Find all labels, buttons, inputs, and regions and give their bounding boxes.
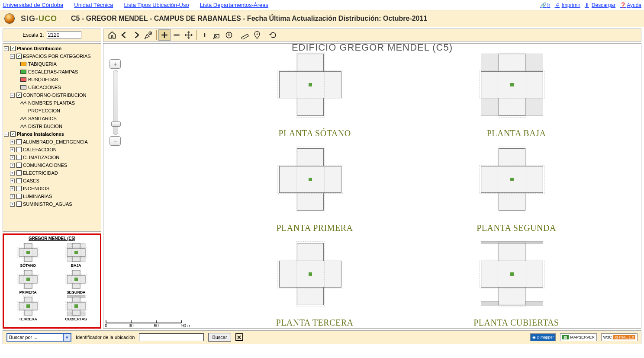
chevron-down-icon[interactable]: ▾ bbox=[63, 333, 71, 342]
minimap-thumb[interactable]: CUBIERTAS bbox=[53, 295, 99, 321]
search-mode-input[interactable] bbox=[6, 333, 63, 342]
collapse-icon[interactable]: − bbox=[4, 132, 9, 137]
search-mode-combo[interactable]: ▾ bbox=[6, 333, 71, 342]
minimap-thumb[interactable]: PRIMERA bbox=[5, 268, 51, 294]
zoom-handle[interactable] bbox=[111, 121, 121, 127]
tree-inst-item[interactable]: LUMINARIAS bbox=[23, 194, 52, 199]
checkbox[interactable] bbox=[16, 147, 22, 152]
checkbox[interactable] bbox=[16, 139, 22, 144]
thumb-label: PRIMERA bbox=[19, 290, 36, 294]
expand-icon[interactable]: + bbox=[10, 147, 15, 152]
minimap-thumb[interactable]: TERCERA bbox=[5, 295, 51, 321]
measure-button[interactable] bbox=[239, 29, 251, 41]
floor-plan[interactable]: PLANTA SÓTANO bbox=[233, 48, 396, 138]
svg-text:i: i bbox=[204, 32, 206, 38]
checkbox[interactable] bbox=[16, 201, 22, 207]
descargar-link[interactable]: ⬇Descargar bbox=[585, 2, 615, 8]
expand-icon[interactable]: + bbox=[10, 155, 15, 160]
search-button[interactable]: Buscar bbox=[208, 333, 231, 342]
select-button[interactable] bbox=[211, 29, 223, 41]
bottom-bar: ▾ Identificador de la ubicación Buscar ✕… bbox=[3, 330, 641, 344]
checkbox[interactable] bbox=[16, 170, 22, 176]
svg-rect-47 bbox=[309, 83, 312, 86]
collapse-icon[interactable]: − bbox=[10, 93, 15, 98]
tree-inst-item[interactable]: INCENDIOS bbox=[23, 186, 49, 191]
zoom-minus-button[interactable]: − bbox=[109, 136, 121, 146]
tree-inst-item[interactable]: SUMINISTRO_AGUAS bbox=[23, 201, 72, 207]
pmapper-badge[interactable]: ◉ p.mapper bbox=[530, 333, 556, 341]
imprimir-link[interactable]: 🖨Imprimir bbox=[555, 2, 580, 8]
svg-rect-51 bbox=[525, 98, 543, 116]
checkbox[interactable] bbox=[16, 194, 22, 199]
link-universidad[interactable]: Universidad de Córdoba bbox=[3, 2, 63, 8]
minimap-thumb[interactable]: SEGUNDA bbox=[53, 268, 99, 294]
floor-plan[interactable]: PLANTA CUBIERTAS bbox=[435, 237, 598, 328]
header-bar: SIG-UCO C5 - GREGOR MENDEL - CAMPUS DE R… bbox=[0, 10, 644, 27]
scale-input[interactable] bbox=[47, 31, 81, 39]
tree-espacios-categorias[interactable]: ESPACIOS POR CATEGORIAS bbox=[23, 54, 91, 59]
zoom-track[interactable] bbox=[113, 70, 118, 135]
checkbox[interactable] bbox=[16, 163, 22, 168]
clear-search-button[interactable]: ✕ bbox=[235, 333, 243, 341]
zoom-selected-button[interactable] bbox=[142, 29, 155, 41]
link-lista-tipos[interactable]: Lista Tipos Ubicación-Uso bbox=[124, 2, 189, 8]
mapserver-badge[interactable]: ▦MAPSERVER bbox=[560, 333, 596, 341]
svg-rect-4 bbox=[26, 251, 30, 254]
tree-group-distribucion[interactable]: Planos Distribución bbox=[17, 46, 61, 51]
map-viewport[interactable]: EDIFICIO GREGOR MENDEL (C5) + − PLANTA S… bbox=[103, 43, 641, 329]
checkbox[interactable] bbox=[16, 178, 22, 183]
tree-group-instalaciones[interactable]: Planos Instalaciones bbox=[17, 131, 64, 137]
link-lista-deptos[interactable]: Lista Departamentos-Áreas bbox=[200, 2, 268, 8]
auto-identify-button[interactable]: i bbox=[223, 29, 235, 41]
svg-rect-18 bbox=[26, 278, 30, 281]
back-button[interactable] bbox=[118, 29, 130, 41]
w3c-xhtml-badge[interactable]: W3C XHTML 1.0 bbox=[601, 333, 638, 341]
expand-icon[interactable]: + bbox=[10, 194, 15, 199]
tree-contorno[interactable]: CONTORNO-DISTRIBUCION bbox=[23, 93, 86, 98]
expand-icon[interactable]: + bbox=[10, 171, 15, 176]
floor-plan[interactable]: PLANTA TERCERA bbox=[233, 237, 396, 328]
id-input[interactable] bbox=[139, 333, 204, 341]
floor-plan[interactable]: PLANTA BAJA bbox=[435, 48, 598, 138]
tree-inst-item[interactable]: CALEFACCION bbox=[23, 147, 57, 152]
identify-button[interactable]: i bbox=[199, 29, 211, 41]
expand-icon[interactable]: + bbox=[10, 179, 15, 183]
checkbox[interactable] bbox=[16, 155, 22, 160]
minimap-thumb[interactable]: BAJA bbox=[53, 242, 99, 268]
ayuda-link[interactable]: ❓Ayuda bbox=[620, 2, 641, 8]
zoom-in-button[interactable] bbox=[158, 29, 171, 41]
tree-inst-item[interactable]: COMUNICACIONES bbox=[23, 163, 67, 168]
forward-button[interactable] bbox=[130, 29, 142, 41]
add-poi-button[interactable] bbox=[251, 29, 263, 41]
link-unidad-tecnica[interactable]: Unidad Técnica bbox=[74, 2, 113, 8]
ir-link[interactable]: 🔗Ir bbox=[540, 2, 550, 8]
collapse-icon[interactable]: − bbox=[10, 54, 15, 59]
plan-label: PLANTA SEGUNDA bbox=[477, 223, 556, 233]
expand-icon[interactable]: + bbox=[10, 163, 15, 168]
checkbox[interactable] bbox=[10, 46, 16, 51]
checkbox[interactable] bbox=[10, 131, 16, 137]
checkbox[interactable] bbox=[16, 186, 22, 191]
expand-icon[interactable]: + bbox=[10, 186, 15, 191]
collapse-icon[interactable]: − bbox=[4, 46, 9, 51]
refresh-button[interactable] bbox=[267, 29, 279, 41]
tree-inst-item[interactable]: CLIMATIZACION bbox=[23, 155, 59, 160]
floor-plan[interactable]: PLANTA PRIMERA bbox=[233, 143, 396, 233]
tree-inst-item[interactable]: ALUMBRADO_EMERGENCIA bbox=[23, 139, 88, 144]
pan-button[interactable] bbox=[183, 29, 195, 41]
zigzag-icon bbox=[20, 101, 26, 105]
top-nav-left: Universidad de Córdoba Unidad Técnica Li… bbox=[3, 2, 278, 8]
floor-plan[interactable]: PLANTA SEGUNDA bbox=[435, 143, 598, 233]
tree-inst-item[interactable]: GASES bbox=[23, 178, 39, 183]
legend-proyeccion: PROYECCION bbox=[28, 108, 60, 113]
zoom-plus-button[interactable]: + bbox=[109, 59, 121, 69]
checkbox[interactable] bbox=[16, 93, 22, 98]
svg-rect-71 bbox=[309, 272, 312, 276]
minimap-thumb[interactable]: SÓTANO bbox=[5, 242, 51, 268]
checkbox[interactable] bbox=[16, 54, 22, 59]
expand-icon[interactable]: + bbox=[10, 140, 15, 144]
tree-inst-item[interactable]: ELECTRICIDAD bbox=[23, 170, 58, 176]
home-button[interactable] bbox=[106, 29, 118, 41]
zoom-out-button[interactable] bbox=[171, 29, 183, 41]
expand-icon[interactable]: + bbox=[10, 202, 15, 207]
